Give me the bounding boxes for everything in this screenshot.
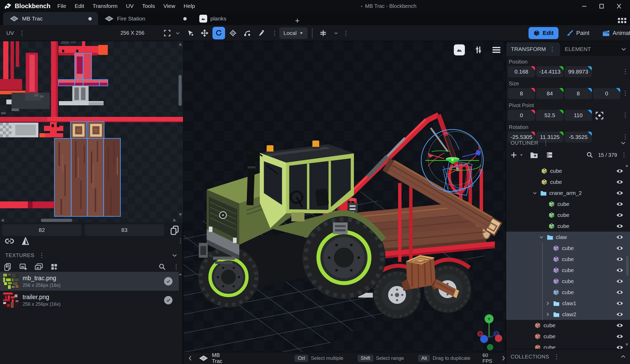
outliner-menu[interactable]: ⋮ <box>542 140 549 146</box>
tab-element[interactable]: ELEMENT <box>560 42 596 56</box>
visibility-eye-icon[interactable] <box>616 322 624 329</box>
close-button[interactable] <box>614 1 624 11</box>
pivot-tool[interactable] <box>227 27 239 39</box>
visibility-eye-icon[interactable] <box>616 212 624 219</box>
outliner-item-cube-0[interactable]: cube <box>506 165 630 176</box>
tab-planks[interactable]: planks <box>193 12 290 25</box>
chevron-down-icon[interactable] <box>334 31 338 35</box>
fullscreen-icon[interactable] <box>161 27 174 39</box>
rotate-tool[interactable] <box>212 27 225 39</box>
next-model-chevron[interactable] <box>501 355 506 361</box>
visibility-eye-icon[interactable] <box>616 245 624 252</box>
texture-enabled-check-icon[interactable] <box>164 277 172 285</box>
chevron-down-icon[interactable] <box>175 30 180 36</box>
chevron-down-icon[interactable] <box>538 234 544 240</box>
menu-edit[interactable]: Edit <box>70 0 88 12</box>
visibility-eye-icon[interactable] <box>616 168 624 174</box>
outliner-item-cube-3[interactable]: cube <box>506 199 630 210</box>
row-options-menu[interactable]: ⋮ <box>622 90 628 96</box>
chevron-right-icon[interactable] <box>545 300 551 306</box>
visibility-eye-icon[interactable] <box>616 201 624 207</box>
visibility-eye-icon[interactable] <box>616 267 624 274</box>
uv-v-input[interactable]: 83 <box>85 224 164 236</box>
chevron-down-icon[interactable] <box>532 190 538 196</box>
textures-toolbar-menu[interactable]: ⋮ <box>173 264 179 270</box>
rotation-gizmo[interactable] <box>421 129 484 191</box>
outliner-item-cube-7[interactable]: cube <box>506 243 630 254</box>
uv-editor-canvas[interactable] <box>0 41 183 222</box>
mirror-modeling-icon[interactable] <box>317 27 329 39</box>
size-y-input[interactable]: 84 <box>536 88 563 99</box>
viewport-sliders-icon[interactable] <box>474 45 483 54</box>
toggle-list-icon[interactable] <box>546 151 553 159</box>
size-x-input[interactable]: 8 <box>508 88 535 99</box>
collections-header[interactable]: COLLECTIONS ⋮ <box>506 349 630 364</box>
mode-paint-button[interactable]: Paint <box>562 27 594 39</box>
menu-tools[interactable]: Tools <box>138 0 159 12</box>
outliner-item-cube-14[interactable]: cube <box>506 320 630 331</box>
size-w-input[interactable]: 0 <box>593 88 620 99</box>
row-options-menu[interactable]: ⋮ <box>622 112 628 118</box>
chevron-down-icon[interactable] <box>171 252 178 258</box>
pivot-point-y-input[interactable]: 52.5 <box>536 110 563 121</box>
chevron-up-icon[interactable] <box>620 353 626 360</box>
space-mode-dropdown[interactable]: Local <box>279 27 308 39</box>
outliner-item-cube-5[interactable]: cube <box>506 221 630 232</box>
outliner-scroll-down-icon[interactable] <box>625 343 629 346</box>
outliner-item-cube-11[interactable]: cube <box>506 287 630 298</box>
tab-mb-trac[interactable]: MB Trac <box>3 12 98 25</box>
position-y-input[interactable]: -14.4113 <box>536 66 563 77</box>
row-options-menu[interactable]: ⋮ <box>622 68 628 75</box>
position-z-input[interactable]: 99.8973 <box>565 66 592 77</box>
search-icon[interactable] <box>158 263 166 271</box>
outliner-scroll-up-icon[interactable] <box>625 164 629 167</box>
stretch-tool[interactable] <box>241 27 253 39</box>
chevron-down-icon[interactable] <box>620 140 626 146</box>
menu-file[interactable]: File <box>53 0 70 12</box>
outliner-item-cube-8[interactable]: cube <box>506 254 630 265</box>
outliner-item-claw1-12[interactable]: claw1 <box>506 298 630 309</box>
position-x-input[interactable]: 0.168 <box>508 66 535 77</box>
transform-gizmo-tool[interactable] <box>184 27 197 39</box>
maximize-button[interactable] <box>596 1 607 11</box>
outliner-item-claw-6[interactable]: claw <box>506 232 630 243</box>
visibility-eye-icon[interactable] <box>616 344 624 349</box>
pivot-point-z-input[interactable]: 110 <box>565 110 592 121</box>
menu-view[interactable]: View <box>159 0 179 12</box>
visibility-eye-icon[interactable] <box>616 300 624 307</box>
texture-row-trailer.png[interactable]: trailer.png256 x 256px (16x) <box>0 291 179 310</box>
background-image-icon[interactable] <box>454 44 465 55</box>
texture-row-mb_trac.png[interactable]: mb_trac.png256 x 256px (16x) <box>0 272 179 291</box>
link-uv-icon[interactable] <box>5 236 14 246</box>
mirror-uv-icon[interactable] <box>21 236 30 246</box>
new-tab-button[interactable]: + <box>290 16 304 25</box>
textures-menu[interactable]: ⋮ <box>39 252 45 258</box>
outliner-item-crane_arm_2-2[interactable]: crane_arm_2 <box>506 188 630 199</box>
transform-menu[interactable]: ⋮ <box>549 46 555 52</box>
menu-transform[interactable]: Transform <box>88 0 122 12</box>
outliner-item-claw2-13[interactable]: claw2 <box>506 309 630 320</box>
focus-pivot-button[interactable] <box>595 110 604 121</box>
mode-animate-button[interactable]: Animate <box>597 27 630 39</box>
visibility-eye-icon[interactable] <box>616 333 624 340</box>
create-texture-icon[interactable] <box>4 263 12 271</box>
visibility-eye-icon[interactable] <box>616 311 624 318</box>
add-dropdown-chevron[interactable] <box>519 153 524 157</box>
outliner-item-cube-1[interactable]: cube <box>506 176 630 188</box>
menu-help[interactable]: Help <box>179 0 199 12</box>
minimize-button[interactable] <box>579 1 590 11</box>
outliner-search-icon[interactable] <box>586 151 593 159</box>
uv-row-menu[interactable]: ⋮ <box>177 238 184 244</box>
outliner-item-cube-15[interactable]: cube <box>506 331 630 342</box>
outliner-item-cube-4[interactable]: cube <box>506 210 630 221</box>
texture-enabled-check-icon[interactable] <box>164 296 172 304</box>
visibility-eye-icon[interactable] <box>616 289 624 296</box>
mirror-overflow-menu[interactable]: ⋮ <box>343 30 349 36</box>
chevron-right-icon[interactable] <box>545 311 551 317</box>
texture-grid-icon[interactable] <box>50 263 58 271</box>
outliner-scrollbar-thumb[interactable] <box>626 256 629 276</box>
visibility-eye-icon[interactable] <box>616 179 624 185</box>
row-options-menu[interactable]: ⋮ <box>622 134 628 140</box>
prev-model-chevron[interactable] <box>188 355 192 361</box>
visibility-eye-icon[interactable] <box>616 278 624 285</box>
